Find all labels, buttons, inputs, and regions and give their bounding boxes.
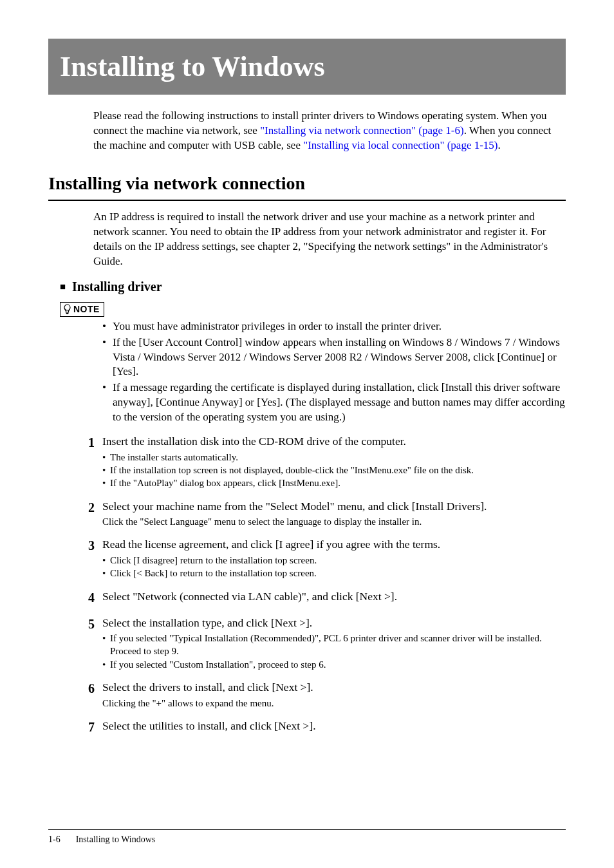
bullet-icon: • (102, 554, 110, 567)
step-sub-list: •Click [I disagree] return to the instal… (102, 554, 566, 580)
step-sub-text: Click [< Back] to return to the installa… (110, 567, 566, 580)
step-item: 6 Select the drivers to install, and cli… (83, 680, 566, 710)
step-item: 1 Insert the installation disk into the … (83, 434, 566, 489)
step-body: Insert the installation disk into the CD… (102, 434, 566, 489)
step-item: 2 Select your machine name from the "Sel… (83, 499, 566, 529)
step-item: 3 Read the license agreement, and click … (83, 537, 566, 580)
note-label: NOTE (73, 303, 100, 316)
step-item: 5 Select the installation type, and clic… (83, 616, 566, 671)
chapter-title-box: Installing to Windows (48, 39, 566, 95)
square-bullet-icon: ■ (60, 280, 66, 293)
step-main-text: Select your machine name from the "Selec… (102, 499, 566, 514)
page-number: 1-6 (48, 834, 60, 846)
list-item: • If a message regarding the certificate… (102, 381, 566, 425)
step-sub-list: •If you selected "Typical Installation (… (102, 632, 566, 671)
step-body: Select your machine name from the "Selec… (102, 499, 566, 529)
step-sub-text: Click [I disagree] return to the install… (110, 554, 566, 567)
bullet-icon: • (102, 464, 110, 476)
step-number: 3 (83, 537, 102, 580)
note-item-text: If the [User Account Control] window app… (113, 335, 566, 380)
subsection-title: Installing driver (72, 278, 162, 296)
lightbulb-icon (63, 304, 71, 314)
list-item: • You must have administrator privileges… (102, 319, 566, 334)
page-footer: 1-6 Installing to Windows (48, 829, 566, 846)
note-item-text: If a message regarding the certificate i… (113, 381, 566, 425)
step-number: 7 (83, 719, 102, 736)
bullet-icon: • (102, 658, 110, 671)
step-body: Read the license agreement, and click [I… (102, 537, 566, 580)
note-item-text: You must have administrator privileges i… (113, 319, 566, 334)
step-list: 1 Insert the installation disk into the … (83, 434, 566, 736)
step-sub-text: If the installation top screen is not di… (110, 464, 566, 476)
section-title: Installing via network connection (48, 171, 566, 201)
step-body: Select "Network (connected via LAN cable… (102, 589, 566, 607)
step-item: 4 Select "Network (connected via LAN cab… (83, 589, 566, 607)
step-number: 6 (83, 680, 102, 710)
section-body: An IP address is required to install the… (93, 210, 566, 269)
intro-paragraph: Please read the following instructions t… (93, 109, 566, 153)
link-network-connection[interactable]: "Installing via network connection" (pag… (260, 124, 463, 137)
step-number: 2 (83, 499, 102, 529)
step-sub-text: If the "AutoPlay" dialog box appears, cl… (110, 476, 566, 489)
intro-text-post: . (498, 139, 501, 151)
step-body: Select the utilities to install, and cli… (102, 719, 566, 736)
bullet-icon: • (102, 476, 110, 489)
step-main-text: Select the utilities to install, and cli… (102, 719, 566, 734)
list-item: • If the [User Account Control] window a… (102, 335, 566, 380)
footer-title: Installing to Windows (76, 834, 156, 846)
step-main-text: Select "Network (connected via LAN cable… (102, 589, 566, 605)
link-local-connection[interactable]: "Installing via local connection" (page … (303, 139, 498, 151)
step-sub-list: •The installer starts automatically. •If… (102, 451, 566, 490)
step-plain-sub: Click the "Select Language" menu to sele… (102, 515, 566, 528)
step-main-text: Select the drivers to install, and click… (102, 680, 566, 695)
bullet-icon: • (102, 567, 110, 580)
step-number: 1 (83, 434, 102, 489)
step-sub-text: If you selected "Custom Installation", p… (110, 658, 566, 671)
step-plain-sub: Clicking the "+" allows to expand the me… (102, 697, 566, 710)
step-body: Select the drivers to install, and click… (102, 680, 566, 710)
bullet-icon: • (102, 335, 113, 380)
step-number: 4 (83, 589, 102, 607)
bullet-icon: • (102, 381, 113, 425)
step-sub-text: The installer starts automatically. (110, 451, 566, 464)
chapter-title: Installing to Windows (60, 48, 554, 86)
bullet-icon: • (102, 451, 110, 464)
step-sub-text: If you selected "Typical Installation (R… (110, 632, 566, 658)
step-main-text: Insert the installation disk into the CD… (102, 434, 566, 449)
subsection-heading: ■ Installing driver (60, 278, 566, 296)
step-body: Select the installation type, and click … (102, 616, 566, 671)
step-item: 7 Select the utilities to install, and c… (83, 719, 566, 736)
step-main-text: Select the installation type, and click … (102, 616, 566, 631)
step-main-text: Read the license agreement, and click [I… (102, 537, 566, 552)
bullet-icon: • (102, 632, 110, 658)
note-list: • You must have administrator privileges… (102, 319, 566, 426)
note-box: NOTE (60, 302, 104, 317)
step-number: 5 (83, 616, 102, 671)
bullet-icon: • (102, 319, 113, 334)
